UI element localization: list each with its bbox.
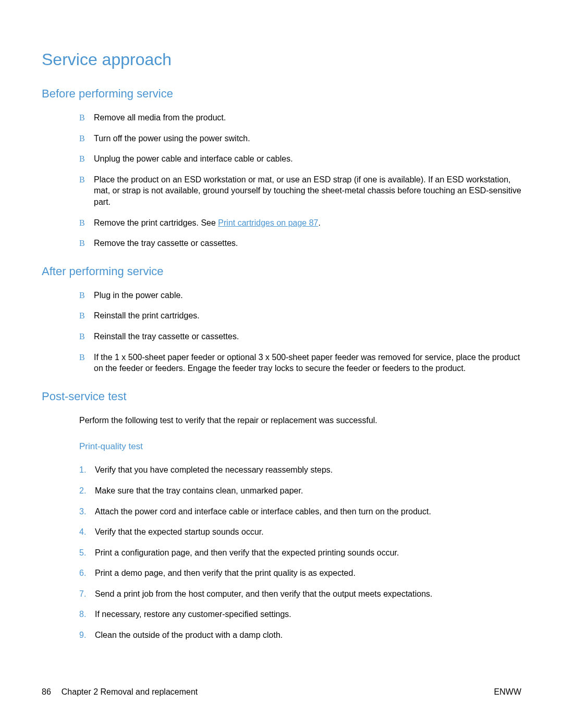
list-item-text: Unplug the power cable and interface cab… bbox=[94, 153, 521, 165]
bullet-icon: B bbox=[79, 174, 94, 186]
step-item: 6.Print a demo page, and then verify tha… bbox=[79, 567, 521, 579]
step-number: 7. bbox=[79, 588, 95, 600]
post-intro: Perform the following test to verify tha… bbox=[79, 415, 521, 426]
before-list: BRemove all media from the product.BTurn… bbox=[79, 112, 521, 249]
section-post-heading: Post-service test bbox=[42, 390, 521, 403]
step-item: 8.If necessary, restore any customer-spe… bbox=[79, 609, 521, 620]
bullet-icon: B bbox=[79, 331, 94, 342]
step-item: 3.Attach the power cord and interface ca… bbox=[79, 506, 521, 517]
step-number: 8. bbox=[79, 609, 95, 620]
page-title: Service approach bbox=[42, 50, 521, 69]
print-cartridges-link[interactable]: Print cartridges on page 87 bbox=[218, 218, 318, 227]
bullet-icon: B bbox=[79, 153, 94, 165]
step-item: 7.Send a print job from the host compute… bbox=[79, 588, 521, 600]
step-number: 5. bbox=[79, 547, 95, 559]
list-item: BReinstall the tray cassette or cassette… bbox=[79, 331, 521, 342]
step-text: Print a demo page, and then verify that … bbox=[95, 567, 521, 579]
list-item: BReinstall the print cartridges. bbox=[79, 310, 521, 322]
list-item: BPlug in the power cable. bbox=[79, 290, 521, 301]
step-text: Clean the outside of the product with a … bbox=[95, 630, 521, 641]
section-after-heading: After performing service bbox=[42, 265, 521, 278]
step-item: 4.Verify that the expected startup sound… bbox=[79, 526, 521, 538]
step-number: 1. bbox=[79, 464, 95, 476]
list-item-text: Remove all media from the product. bbox=[94, 112, 521, 124]
step-number: 3. bbox=[79, 506, 95, 517]
bullet-icon: B bbox=[79, 217, 94, 229]
step-number: 2. bbox=[79, 485, 95, 497]
list-item: BPlace the product on an ESD workstation… bbox=[79, 174, 521, 208]
list-item-text: Place the product on an ESD workstation … bbox=[94, 174, 521, 208]
list-item-text: If the 1 x 500-sheet paper feeder or opt… bbox=[94, 352, 521, 374]
bullet-icon: B bbox=[79, 310, 94, 322]
print-quality-steps: 1.Verify that you have completed the nec… bbox=[79, 464, 521, 640]
step-item: 2.Make sure that the tray contains clean… bbox=[79, 485, 521, 497]
page-number: 86 bbox=[42, 687, 51, 697]
step-text: Verify that the expected startup sounds … bbox=[95, 526, 521, 538]
list-item: BTurn off the power using the power swit… bbox=[79, 133, 521, 144]
step-text: Send a print job from the host computer,… bbox=[95, 588, 521, 600]
list-item-text: Turn off the power using the power switc… bbox=[94, 133, 521, 144]
list-item-text: Plug in the power cable. bbox=[94, 290, 521, 301]
section-before-heading: Before performing service bbox=[42, 87, 521, 101]
step-text: Print a configuration page, and then ver… bbox=[95, 547, 521, 559]
bullet-icon: B bbox=[79, 352, 94, 363]
footer-right: ENWW bbox=[494, 687, 521, 697]
bullet-icon: B bbox=[79, 112, 94, 124]
chapter-label: Chapter 2 Removal and replacement bbox=[62, 687, 198, 697]
step-text: Verify that you have completed the neces… bbox=[95, 464, 521, 476]
bullet-icon: B bbox=[79, 133, 94, 144]
list-item-text: Remove the tray cassette or cassettes. bbox=[94, 238, 521, 249]
bullet-icon: B bbox=[79, 238, 94, 249]
list-item: BIf the 1 x 500-sheet paper feeder or op… bbox=[79, 352, 521, 374]
step-number: 6. bbox=[79, 567, 95, 579]
list-item: BRemove the tray cassette or cassettes. bbox=[79, 238, 521, 249]
step-item: 9.Clean the outside of the product with … bbox=[79, 630, 521, 641]
list-item: BUnplug the power cable and interface ca… bbox=[79, 153, 521, 165]
bullet-icon: B bbox=[79, 290, 94, 301]
page-footer: 86 Chapter 2 Removal and replacement ENW… bbox=[42, 687, 521, 697]
step-item: 1.Verify that you have completed the nec… bbox=[79, 464, 521, 476]
step-number: 4. bbox=[79, 526, 95, 538]
step-text: Make sure that the tray contains clean, … bbox=[95, 485, 521, 497]
after-list: BPlug in the power cable.BReinstall the … bbox=[79, 290, 521, 374]
list-item: BRemove the print cartridges. See Print … bbox=[79, 217, 521, 229]
step-number: 9. bbox=[79, 630, 95, 641]
step-item: 5.Print a configuration page, and then v… bbox=[79, 547, 521, 559]
print-quality-heading: Print-quality test bbox=[79, 441, 521, 452]
list-item-text: Remove the print cartridges. See Print c… bbox=[94, 217, 521, 229]
list-item-text: Reinstall the print cartridges. bbox=[94, 310, 521, 322]
step-text: If necessary, restore any customer-speci… bbox=[95, 609, 521, 620]
list-item-text: Reinstall the tray cassette or cassettes… bbox=[94, 331, 521, 342]
list-item: BRemove all media from the product. bbox=[79, 112, 521, 124]
step-text: Attach the power cord and interface cabl… bbox=[95, 506, 521, 517]
